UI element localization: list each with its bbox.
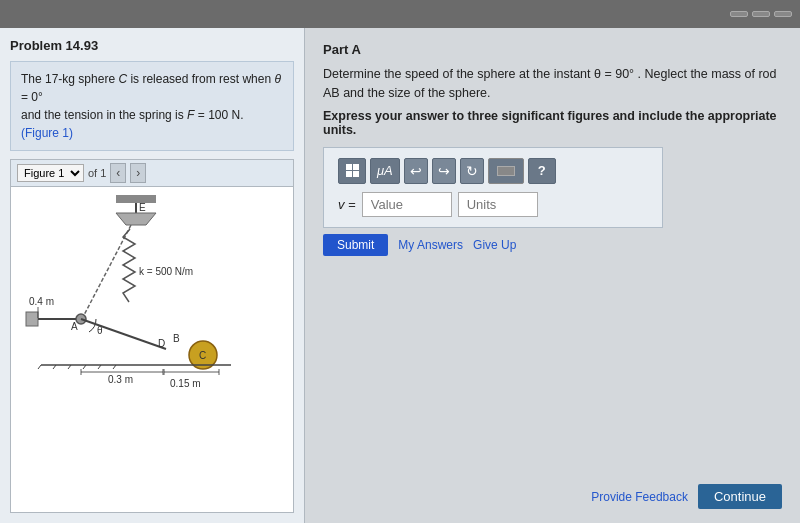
ceiling-rect — [116, 195, 156, 203]
problem-description: The 17-kg sphere C is released from rest… — [10, 61, 294, 151]
top-bar-btn-1[interactable] — [730, 11, 748, 17]
submit-button[interactable]: Submit — [323, 234, 388, 256]
figure-canvas: E k = 500 N/m A — [11, 187, 293, 512]
problem-title: Problem 14.93 — [10, 38, 294, 53]
blank-icon — [497, 166, 515, 176]
blank-btn[interactable] — [488, 158, 524, 184]
feedback-row: Provide Feedback Continue — [323, 464, 782, 509]
continue-button[interactable]: Continue — [698, 484, 782, 509]
action-row: Submit My Answers Give Up — [323, 234, 782, 256]
grid-icon — [346, 164, 359, 177]
spring-zigzag — [123, 229, 135, 302]
left-panel: Problem 14.93 The 17-kg sphere C is rele… — [0, 28, 305, 523]
figure-next-btn[interactable]: › — [130, 163, 146, 183]
label-E: E — [139, 202, 146, 213]
rod-AD — [81, 319, 166, 349]
grid-btn[interactable] — [338, 158, 366, 184]
figure-svg: E k = 500 N/m A — [11, 187, 281, 407]
answer-box: μA ↩ ↪ ↻ ? v = — [323, 147, 663, 228]
figure-prev-btn[interactable]: ‹ — [110, 163, 126, 183]
units-input[interactable] — [458, 192, 538, 217]
description-text: The 17-kg sphere C is released from rest… — [21, 72, 281, 122]
refresh-btn[interactable]: ↻ — [460, 158, 484, 184]
undo-btn[interactable]: ↩ — [404, 158, 428, 184]
value-input[interactable] — [362, 192, 452, 217]
redo-btn[interactable]: ↪ — [432, 158, 456, 184]
label-03: 0.3 m — [108, 374, 133, 385]
figure-area: Figure 1 of 1 ‹ › E — [10, 159, 294, 513]
mua-btn[interactable]: μA — [370, 158, 400, 184]
top-bar — [0, 0, 800, 28]
label-C: C — [199, 350, 206, 361]
label-B: B — [173, 333, 180, 344]
top-bar-btn-2[interactable] — [752, 11, 770, 17]
question-btn[interactable]: ? — [528, 158, 556, 184]
figure-select[interactable]: Figure 1 — [17, 164, 84, 182]
wall-mount — [26, 312, 38, 326]
label-A: A — [71, 321, 78, 332]
give-up-link[interactable]: Give Up — [473, 238, 516, 252]
theta-arc — [89, 319, 96, 332]
instruction-text: Express your answer to three significant… — [323, 109, 782, 137]
top-bar-btn-3[interactable] — [774, 11, 792, 17]
label-D: D — [158, 338, 165, 349]
provide-feedback-link[interactable]: Provide Feedback — [591, 490, 688, 504]
hatch1 — [38, 365, 41, 369]
main-content: Problem 14.93 The 17-kg sphere C is rele… — [0, 28, 800, 523]
spring — [83, 225, 135, 317]
figure-link[interactable]: (Figure 1) — [21, 126, 73, 140]
input-row: v = — [338, 192, 648, 217]
toolbar-row: μA ↩ ↪ ↻ ? — [338, 158, 648, 184]
label-015: 0.15 m — [170, 378, 201, 389]
my-answers-link[interactable]: My Answers — [398, 238, 463, 252]
label-04: 0.4 m — [29, 296, 54, 307]
label-k: k = 500 N/m — [139, 266, 193, 277]
spring-line — [83, 225, 131, 317]
figure-toolbar: Figure 1 of 1 ‹ › — [11, 160, 293, 187]
right-panel: Part A Determine the speed of the sphere… — [305, 28, 800, 523]
v-label: v = — [338, 197, 356, 212]
platform — [116, 213, 156, 225]
question-text: Determine the speed of the sphere at the… — [323, 65, 782, 103]
figure-of-label: of 1 — [88, 167, 106, 179]
part-label: Part A — [323, 42, 782, 57]
